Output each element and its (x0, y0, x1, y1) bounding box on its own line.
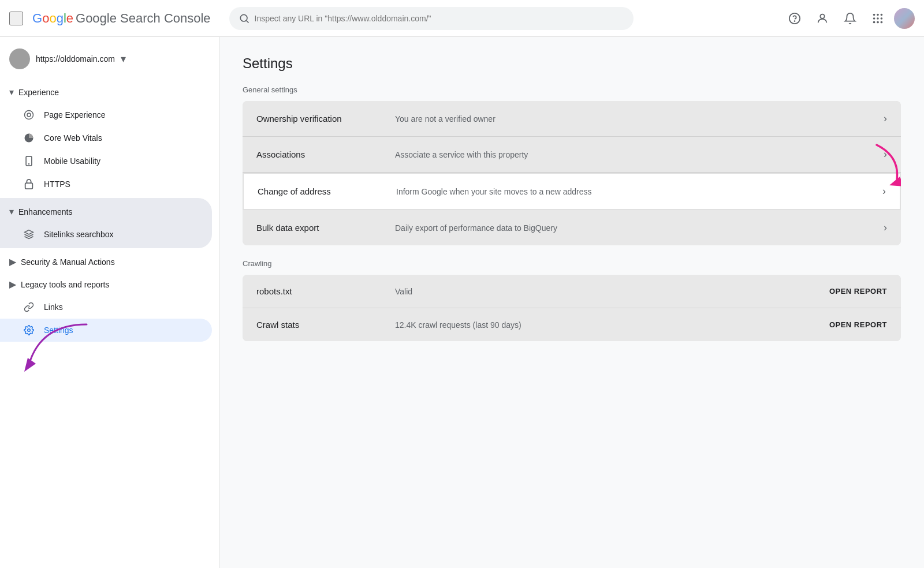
property-selector[interactable]: https://olddomain.com ▾ (0, 42, 219, 76)
sidebar-item-links[interactable]: Links (0, 296, 212, 319)
sitelinks-icon (23, 229, 35, 240)
sidebar-item-https[interactable]: HTTPS (0, 173, 212, 196)
associations-label: Associations (256, 150, 395, 159)
sidebar-item-page-experience[interactable]: Page Experience (0, 103, 212, 126)
sidebar-item-core-web-vitals-label: Core Web Vitals (44, 133, 102, 143)
associations-value: Associate a service with this property (395, 150, 879, 159)
svg-marker-23 (889, 177, 901, 186)
crawling-settings-card: robots.txt Valid OPEN REPORT Crawl stats… (243, 275, 901, 341)
crawl-stats-label: Crawl stats (256, 320, 395, 330)
svg-point-12 (877, 21, 879, 23)
general-settings-card: Ownership verification You are not a ver… (243, 101, 901, 245)
property-avatar (9, 48, 30, 69)
svg-point-11 (873, 21, 875, 23)
enhancements-section-label: Enhancements (18, 207, 72, 216)
sidebar-item-links-label: Links (44, 302, 63, 312)
ownership-verification-chevron: › (884, 113, 887, 125)
header: Google Google Search Console (0, 0, 924, 37)
svg-point-5 (873, 13, 875, 16)
core-web-vitals-icon (23, 132, 35, 144)
svg-point-21 (28, 329, 31, 332)
sidebar-item-settings-label: Settings (44, 326, 73, 335)
enhancements-section-header[interactable]: ▾ Enhancements (0, 200, 212, 223)
apps-grid-button[interactable] (866, 7, 889, 30)
change-of-address-value: Inform Google when your site moves to a … (396, 187, 878, 196)
bulk-data-export-value: Daily export of performance data to BigQ… (395, 223, 879, 233)
main-content: Settings General settings Ownership veri… (219, 37, 924, 568)
bulk-data-export-chevron: › (884, 222, 887, 234)
associations-row[interactable]: Associations Associate a service with th… (243, 137, 901, 173)
search-icon (239, 13, 250, 24)
svg-point-14 (25, 111, 33, 119)
experience-toggle-icon: ▾ (9, 87, 14, 98)
sidebar-item-page-experience-label: Page Experience (44, 110, 106, 119)
svg-point-9 (877, 17, 879, 20)
bulk-data-export-label: Bulk data export (256, 223, 395, 233)
svg-marker-22 (24, 358, 36, 372)
app-logo: Google Google Search Console (32, 11, 211, 26)
svg-point-13 (881, 21, 883, 23)
bulk-data-export-row[interactable]: Bulk data export Daily export of perform… (243, 210, 901, 245)
security-section-header[interactable]: ▶ Security & Manual Actions (0, 251, 219, 273)
robots-txt-open-report[interactable]: OPEN REPORT (829, 287, 887, 296)
url-search-bar[interactable] (229, 7, 634, 30)
header-actions (783, 7, 915, 30)
legacy-section-label: Legacy tools and reports (21, 280, 109, 289)
sidebar-item-https-label: HTTPS (44, 180, 70, 189)
hamburger-menu-button[interactable] (9, 12, 23, 25)
mobile-usability-icon (23, 155, 35, 167)
enhancements-toggle-icon: ▾ (9, 206, 14, 217)
experience-section-header[interactable]: ▾ Experience (0, 81, 219, 103)
property-dropdown-icon: ▾ (121, 53, 126, 65)
page-title: Settings (243, 55, 901, 72)
svg-point-15 (27, 113, 31, 117)
account-circle-button[interactable] (811, 7, 834, 30)
sidebar-item-settings[interactable]: Settings (0, 319, 212, 342)
ownership-verification-row[interactable]: Ownership verification You are not a ver… (243, 101, 901, 137)
help-button[interactable] (783, 7, 806, 30)
change-of-address-chevron: › (882, 185, 886, 197)
experience-section-label: Experience (18, 88, 59, 97)
property-url: https://olddomain.com (36, 54, 115, 63)
svg-rect-19 (25, 183, 33, 189)
crawl-stats-value: 12.4K crawl requests (last 90 days) (395, 320, 829, 330)
svg-point-10 (881, 17, 883, 20)
legacy-toggle-icon: ▶ (9, 279, 16, 290)
security-section-label: Security & Manual Actions (21, 257, 115, 267)
user-avatar[interactable] (894, 8, 915, 29)
robots-txt-value: Valid (395, 287, 829, 296)
general-settings-label: General settings (243, 85, 901, 94)
security-toggle-icon: ▶ (9, 256, 16, 267)
change-of-address-label: Change of address (258, 186, 396, 196)
crawling-label: Crawling (243, 259, 901, 268)
change-of-address-row[interactable]: Change of address Inform Google when you… (243, 173, 901, 210)
sidebar-item-sitelinks-searchbox[interactable]: Sitelinks searchbox (0, 223, 205, 246)
app-name: Google Search Console (76, 11, 211, 26)
sidebar-item-core-web-vitals[interactable]: Core Web Vitals (0, 126, 212, 150)
ownership-verification-value: You are not a verified owner (395, 114, 879, 124)
sidebar-item-mobile-usability[interactable]: Mobile Usability (0, 150, 212, 173)
page-experience-icon (23, 109, 35, 121)
settings-icon (23, 324, 35, 336)
sidebar-item-sitelinks-label: Sitelinks searchbox (44, 230, 114, 239)
associations-chevron: › (884, 148, 887, 160)
svg-marker-20 (25, 230, 33, 235)
svg-line-1 (246, 20, 248, 23)
crawl-stats-row[interactable]: Crawl stats 12.4K crawl requests (last 9… (243, 308, 901, 341)
crawl-stats-open-report[interactable]: OPEN REPORT (829, 320, 887, 329)
svg-point-4 (820, 14, 824, 18)
notifications-button[interactable] (839, 7, 862, 30)
svg-point-0 (240, 14, 247, 21)
main-layout: https://olddomain.com ▾ ▾ Experience Pag… (0, 37, 924, 568)
svg-point-7 (881, 13, 883, 16)
legacy-section-header[interactable]: ▶ Legacy tools and reports (0, 273, 219, 296)
robots-txt-row[interactable]: robots.txt Valid OPEN REPORT (243, 275, 901, 308)
https-icon (23, 178, 35, 190)
sidebar-item-mobile-usability-label: Mobile Usability (44, 156, 100, 166)
sidebar: https://olddomain.com ▾ ▾ Experience Pag… (0, 37, 219, 568)
ownership-verification-label: Ownership verification (256, 114, 395, 124)
links-icon (23, 301, 35, 313)
svg-point-8 (873, 17, 875, 20)
url-inspect-input[interactable] (255, 14, 624, 23)
robots-txt-label: robots.txt (256, 286, 395, 296)
